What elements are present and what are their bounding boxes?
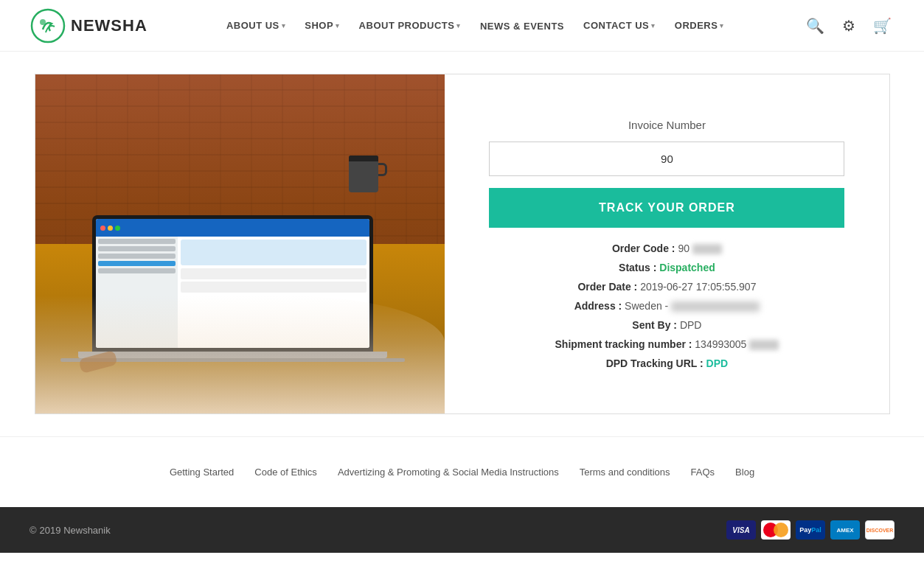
- mug-steam: [349, 161, 378, 192]
- cart-button[interactable]: 🛒: [870, 14, 895, 38]
- search-button[interactable]: 🔍: [803, 14, 827, 38]
- browser-dot-2: [108, 226, 113, 231]
- address-row: Address : Sweden -: [489, 300, 844, 312]
- order-details: Order Code : 90 Status : Dispatched Orde…: [489, 242, 844, 370]
- visa-icon: VISA: [726, 520, 756, 540]
- copyright-text: 2019 Newshanik: [40, 525, 111, 536]
- order-code-value: 90: [678, 242, 692, 254]
- dpd-url-link[interactable]: DPD: [706, 357, 729, 369]
- sent-by-value: DPD: [680, 319, 702, 331]
- invoice-label: Invoice Number: [628, 119, 706, 131]
- order-code-row: Order Code : 90: [489, 242, 844, 254]
- sent-by-row: Sent By : DPD: [489, 319, 844, 331]
- logo-icon: [29, 7, 66, 44]
- laptop-browser-bar: [96, 219, 369, 237]
- nav-news-events[interactable]: NEWS & EVENTS: [480, 21, 564, 32]
- payment-icons-area: VISA PayPal AMEX DISCOVER: [726, 520, 895, 540]
- dpd-url-row: DPD Tracking URL : DPD: [489, 357, 844, 369]
- shipment-row: Shipment tracking number : 134993005: [489, 338, 844, 350]
- logo-area[interactable]: NEWSHA: [29, 7, 147, 44]
- nav-shop[interactable]: SHOP▾: [305, 20, 339, 31]
- nav-about-us[interactable]: ABOUT US▾: [226, 20, 285, 31]
- info-panel: Invoice Number TRACK YOUR ORDER Order Co…: [445, 74, 889, 413]
- footer-link-blog[interactable]: Blog: [735, 467, 754, 478]
- order-date-label: Order Date :: [577, 281, 640, 293]
- status-label: Status :: [619, 262, 659, 273]
- cart-icon: 🛒: [873, 18, 892, 34]
- svg-point-1: [40, 19, 46, 25]
- chevron-down-icon: ▾: [651, 22, 656, 29]
- address-value: Sweden -: [625, 300, 668, 312]
- chevron-down-icon: ▾: [282, 22, 286, 29]
- invoice-number-input[interactable]: [489, 142, 844, 176]
- navbar: NEWSHA ABOUT US▾ SHOP▾ ABOUT PRODUCTS▾ N…: [0, 0, 924, 52]
- mug-top: [349, 156, 378, 161]
- mug-handle: [378, 163, 387, 176]
- order-code-label: Order Code :: [612, 242, 678, 254]
- footer-link-code-of-ethics[interactable]: Code of Ethics: [254, 467, 317, 478]
- brand-name: NEWSHA: [71, 16, 147, 35]
- chevron-down-icon: ▾: [720, 22, 724, 29]
- coffee-mug: [349, 156, 378, 192]
- browser-dot-3: [115, 226, 120, 231]
- footer-link-getting-started[interactable]: Getting Started: [170, 467, 234, 478]
- order-date-row: Order Date : 2019-06-27 17:05:55.907: [489, 281, 844, 293]
- search-icon: 🔍: [806, 18, 824, 34]
- footer-link-faqs[interactable]: FAQs: [691, 467, 715, 478]
- nav-icons-area: 🔍 ⚙ 🛒: [803, 14, 895, 38]
- copyright-icon: ©: [29, 525, 37, 536]
- amex-icon: AMEX: [830, 520, 860, 540]
- shipment-value: 134993005: [695, 338, 746, 350]
- footer-link-advertizing[interactable]: Advertizing & Promoting & Social Media I…: [338, 467, 559, 478]
- chevron-down-icon: ▾: [456, 22, 461, 29]
- nav-links: ABOUT US▾ SHOP▾ ABOUT PRODUCTS▾ NEWS & E…: [226, 20, 724, 32]
- main-content: Invoice Number TRACK YOUR ORDER Order Co…: [35, 74, 890, 414]
- image-panel: [35, 74, 445, 413]
- mastercard-icon: [761, 520, 791, 540]
- address-label: Address :: [574, 300, 625, 312]
- order-code-blurred: [692, 244, 722, 254]
- sent-by-label: Sent By :: [632, 319, 680, 331]
- browser-dot-1: [100, 226, 105, 231]
- settings-button[interactable]: ⚙: [839, 14, 858, 38]
- svg-point-0: [32, 10, 64, 42]
- status-value: Dispatched: [659, 262, 715, 273]
- order-date-value: 2019-06-27 17:05:55.907: [640, 281, 756, 293]
- paypal-icon: PayPal: [796, 520, 825, 540]
- nav-about-products[interactable]: ABOUT PRODUCTS▾: [359, 20, 461, 31]
- discover-icon: DISCOVER: [865, 520, 895, 540]
- copyright-area: © 2019 Newshanik: [29, 525, 111, 536]
- footer-bottom: © 2019 Newshanik VISA PayPal AMEX DISCOV…: [0, 507, 924, 553]
- shipment-blurred: [749, 340, 779, 350]
- status-row: Status : Dispatched: [489, 262, 844, 273]
- chevron-down-icon: ▾: [336, 22, 340, 29]
- nav-orders[interactable]: ORDERS▾: [675, 20, 724, 31]
- footer-link-terms[interactable]: Terms and conditions: [580, 467, 670, 478]
- address-blurred: [671, 301, 760, 312]
- gear-icon: ⚙: [842, 18, 855, 34]
- shipment-label: Shipment tracking number :: [555, 338, 695, 350]
- dpd-url-label: DPD Tracking URL :: [606, 357, 706, 369]
- track-order-button[interactable]: TRACK YOUR ORDER: [489, 188, 844, 228]
- footer-links-area: Getting Started Code of Ethics Advertizi…: [0, 436, 924, 507]
- nav-contact-us[interactable]: CONTACT US▾: [583, 20, 656, 31]
